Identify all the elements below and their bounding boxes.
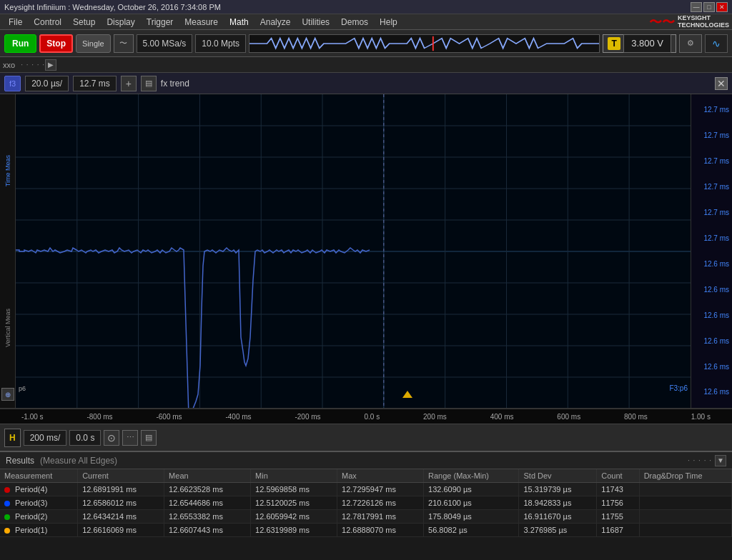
table-row: Period(4) 12.6891991 ms 12.6623528 ms 12… xyxy=(0,483,732,496)
chart-grid xyxy=(16,94,691,408)
second-toolbar: H 200 ms/ 0.0 s ⊙ ⋯ ▤ xyxy=(0,424,732,451)
fx-trend-label: fx trend xyxy=(161,79,189,89)
toolbar2-icon2[interactable]: ▤ xyxy=(141,430,157,446)
cell-stddev: 16.911670 µs xyxy=(519,510,597,524)
channel-label: xxo xyxy=(3,61,15,69)
menu-file[interactable]: File xyxy=(3,16,28,29)
mem-depth-display: 10.0 Mpts xyxy=(195,34,246,53)
cell-range: 132.6090 µs xyxy=(424,483,519,496)
fx-trend-close-button[interactable]: ✕ xyxy=(715,77,728,90)
dots-sep-1: · · · · · xyxy=(21,61,45,69)
f3-channel-button[interactable]: f3 xyxy=(4,76,21,91)
results-label: Results xyxy=(6,456,34,466)
scale-val-9: 12.6 ms xyxy=(703,337,729,345)
time-meas-label[interactable]: Time Meas xyxy=(1,152,14,189)
cell-measurement: Period(2) xyxy=(0,510,78,524)
close-button[interactable]: ✕ xyxy=(716,2,728,12)
scale-val-3: 12.7 ms xyxy=(703,183,729,191)
scale-val-2: 12.7 ms xyxy=(703,157,729,165)
scale-val-0: 12.7 ms xyxy=(703,106,729,114)
menu-display[interactable]: Display xyxy=(101,16,140,29)
scale-val-5: 12.7 ms xyxy=(703,234,729,242)
scale-val-6: 12.6 ms xyxy=(703,260,729,268)
menu-trigger[interactable]: Trigger xyxy=(141,16,179,29)
toolbar2-icon1[interactable]: ⋯ xyxy=(122,430,138,446)
trigger-voltage-display: 3.800 V xyxy=(623,34,671,53)
hscale-tick-3: -400 ms xyxy=(225,413,251,421)
cell-dragdrop xyxy=(639,483,731,496)
f3p6-label: F3:p6 xyxy=(669,384,688,392)
cell-count: 11687 xyxy=(597,524,639,537)
title-bar: Keysight Infiniium : Wednesday, October … xyxy=(0,0,732,14)
hscale-tick-5: 0.0 s xyxy=(364,413,380,421)
waveform-preview xyxy=(249,34,600,53)
results-table: Measurement Current Mean Min Max Range (… xyxy=(0,469,732,537)
col-stddev: Std Dev xyxy=(519,469,597,483)
h-label: H xyxy=(4,429,21,447)
menu-setup[interactable]: Setup xyxy=(67,16,101,29)
oscilloscope-chart: p6 F3:p6 xyxy=(16,94,691,408)
window-controls: — □ ✕ xyxy=(691,2,728,12)
left-sidebar: Time Meas Vertical Meas ⊕ xyxy=(0,94,16,408)
menu-demos[interactable]: Demos xyxy=(335,16,374,29)
channel-strip: xxo · · · · · ▶ xyxy=(0,57,732,73)
minimize-button[interactable]: — xyxy=(691,2,702,12)
zoom-icon[interactable]: ⊕ xyxy=(1,388,14,401)
run-button[interactable]: Run xyxy=(4,34,36,53)
scale-val-10: 12.6 ms xyxy=(703,363,729,371)
zoom-reset-button[interactable]: ⊙ xyxy=(104,430,119,446)
period-name: Period(2) xyxy=(15,512,47,521)
hscale-tick-2: -600 ms xyxy=(156,413,182,421)
col-mean: Mean xyxy=(164,469,251,483)
time-div-box[interactable]: 20.0 µs/ xyxy=(25,76,69,91)
hscale-tick-8: 600 ms xyxy=(557,413,580,421)
cell-mean: 12.6553382 ms xyxy=(164,510,251,524)
period-name: Period(3) xyxy=(15,499,47,507)
toolbar-settings-button[interactable]: ⚙ xyxy=(679,34,702,53)
color-dot xyxy=(4,487,10,493)
results-scroll[interactable]: ▼ xyxy=(715,455,726,466)
results-tbody: Period(4) 12.6891991 ms 12.6623528 ms 12… xyxy=(0,483,732,537)
menu-measure[interactable]: Measure xyxy=(179,16,224,29)
cell-current: 12.6616069 ms xyxy=(78,524,164,537)
cell-current: 12.6891991 ms xyxy=(78,483,164,496)
hscale-tick-1: -800 ms xyxy=(86,413,112,421)
single-button[interactable]: Single xyxy=(76,34,111,53)
maximize-button[interactable]: □ xyxy=(703,2,715,12)
cell-count: 11743 xyxy=(597,483,639,496)
cell-stddev: 15.319739 µs xyxy=(519,483,597,496)
hscale-tick-0: -1.00 s xyxy=(21,413,44,421)
menu-control[interactable]: Control xyxy=(28,16,67,29)
menu-help[interactable]: Help xyxy=(374,16,403,29)
cell-measurement: Period(4) xyxy=(0,483,78,496)
add-channel-button[interactable]: + xyxy=(121,76,137,91)
scope-icon: ∿ xyxy=(705,34,728,53)
cell-mean: 12.6607443 ms xyxy=(164,524,251,537)
menu-bar: File Control Setup Display Trigger Measu… xyxy=(0,14,732,30)
menu-utilities[interactable]: Utilities xyxy=(296,16,335,29)
position-box-2[interactable]: 0.0 s xyxy=(69,430,101,446)
hscale-tick-10: 1.00 s xyxy=(691,413,711,421)
position-box[interactable]: 12.7 ms xyxy=(73,76,117,91)
col-count: Count xyxy=(597,469,639,483)
col-range: Range (Max-Min) xyxy=(424,469,519,483)
col-dragdrop: Drag&Drop Time xyxy=(639,469,731,483)
table-row: Period(2) 12.6434214 ms 12.6553382 ms 12… xyxy=(0,510,732,524)
menu-math[interactable]: Math xyxy=(224,16,254,29)
col-measurement: Measurement xyxy=(0,469,78,483)
wave-button[interactable]: 〜 xyxy=(114,34,134,53)
scroll-right-arrow[interactable]: ▶ xyxy=(45,59,56,71)
waveform-icon-button[interactable]: ▤ xyxy=(141,76,157,91)
hscale-tick-6: 200 ms xyxy=(423,413,447,421)
hscale-tick-9: 800 ms xyxy=(624,413,648,421)
time-div-box-2[interactable]: 200 ms/ xyxy=(24,430,67,446)
table-row: Period(3) 12.6586012 ms 12.6544686 ms 12… xyxy=(0,496,732,510)
cell-stddev: 18.942833 µs xyxy=(519,496,597,510)
vertical-meas-label[interactable]: Vertical Meas xyxy=(1,306,14,350)
cell-max: 12.7226126 ms xyxy=(337,496,424,510)
table-row: Period(1) 12.6616069 ms 12.6607443 ms 12… xyxy=(0,524,732,537)
cell-range: 210.6100 µs xyxy=(424,496,519,510)
scale-val-7: 12.6 ms xyxy=(703,286,729,294)
menu-analyze[interactable]: Analyze xyxy=(254,16,297,29)
stop-button[interactable]: Stop xyxy=(39,34,73,53)
